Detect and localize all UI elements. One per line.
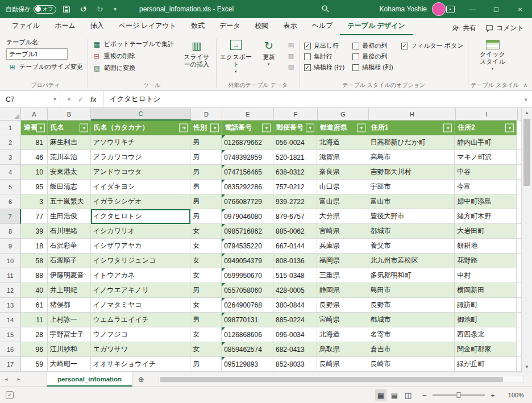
cell-D8[interactable]: 女 [190, 224, 222, 239]
close-button[interactable]: × [508, 0, 532, 18]
cell-C10[interactable]: イシワタリジュンコ [91, 254, 191, 268]
table-header-cell-D[interactable]: 性別▾ [190, 121, 222, 135]
cell-H16[interactable]: 倉吉市 [368, 342, 455, 357]
minimize-button[interactable]: — [460, 0, 484, 18]
cell-G8[interactable]: 宮崎県 [317, 224, 368, 239]
cell-H14[interactable]: 都城市 [368, 313, 455, 327]
cell-F11[interactable]: 515-0348 [273, 268, 317, 283]
cell-E5[interactable]: 0835292286 [222, 180, 273, 194]
cell-A8[interactable]: 39 [21, 224, 48, 239]
cell-D2[interactable]: 男 [190, 135, 222, 150]
cell-D7[interactable]: 男 [190, 209, 222, 224]
cell-A10[interactable]: 58 [21, 254, 48, 268]
cell-D15[interactable]: 女 [190, 327, 222, 342]
cell-F6[interactable]: 939-2722 [273, 194, 317, 209]
row-header-5[interactable]: 5 [0, 180, 21, 194]
cell-A7[interactable]: 77 [21, 209, 48, 224]
quick-styles-button[interactable]: クイック スタイル ▾ [476, 38, 509, 72]
cell-A12[interactable]: 40 [21, 283, 48, 298]
table-header-cell-A[interactable]: 連番▾ [21, 121, 48, 135]
checkbox-style-option-1[interactable]: 集計行 [304, 51, 344, 62]
row-header-8[interactable]: 8 [0, 224, 21, 239]
row-header-12[interactable]: 12 [0, 283, 21, 298]
table-header-cell-C[interactable]: 氏名（カタカナ）↑▾ [91, 121, 191, 135]
ribbon-tab-1[interactable]: ホーム [47, 18, 83, 35]
horizontal-scrollbar[interactable] [159, 376, 524, 383]
cell-F3[interactable]: 520-1821 [273, 150, 317, 165]
cell-A3[interactable]: 46 [21, 150, 48, 165]
normal-view-button[interactable]: ▦ [375, 389, 386, 401]
cell-G14[interactable]: 宮崎県 [317, 313, 368, 327]
cell-I6[interactable]: 婦中町添島 [455, 194, 517, 209]
zoom-in-button[interactable]: + [489, 391, 496, 400]
cell-C17[interactable]: オオサキショウイチ [91, 357, 191, 372]
cell-G11[interactable]: 三重県 [317, 268, 368, 283]
cell-F7[interactable]: 879-6757 [273, 209, 317, 224]
cell-C14[interactable]: ウエムラエイイチ [91, 313, 191, 327]
cell-C16[interactable]: エガワサワ [91, 342, 191, 357]
comments-button[interactable]: コメント [485, 23, 524, 33]
row-header-11[interactable]: 11 [0, 268, 21, 283]
cell-G6[interactable]: 富山県 [317, 194, 368, 209]
ribbon-display-options-button[interactable]: ▴ [440, 0, 460, 18]
checkbox-style-option-0[interactable]: ✓見出し行 [304, 40, 344, 51]
filter-dropdown-icon[interactable]: ▾ [306, 123, 314, 132]
expand-formula-bar-button[interactable]: ∨ [519, 91, 532, 107]
cell-F2[interactable]: 056-0024 [273, 135, 317, 150]
row-header-10[interactable]: 10 [0, 254, 21, 268]
cell-I3[interactable]: マキノ町沢 [455, 150, 517, 165]
cell-C7[interactable]: イクタヒロトシ [91, 209, 191, 224]
open-in-browser-icon[interactable]: ▥ [286, 51, 296, 60]
save-button[interactable] [60, 2, 73, 16]
cell-H6[interactable]: 富山市 [368, 194, 455, 209]
row-header-7[interactable]: 7 [0, 209, 21, 224]
search-button[interactable] [321, 5, 330, 15]
zoom-slider[interactable] [433, 394, 485, 396]
cell-B11[interactable]: 伊藤明夏音 [48, 268, 91, 283]
cell-C4[interactable]: アンドウコウタ [91, 165, 191, 180]
ribbon-tab-3[interactable]: ページ レイアウト [111, 18, 184, 35]
cell-I15[interactable]: 西四条北 [455, 327, 517, 342]
row-header-15[interactable]: 15 [0, 327, 21, 342]
insert-function-button[interactable]: fx [90, 95, 97, 103]
undo-button[interactable]: ↺▾ [77, 2, 89, 16]
cell-H2[interactable]: 日高郡新ひだか町 [368, 135, 455, 150]
cell-C12[interactable]: イノウエアキノリ [91, 283, 191, 298]
cell-G13[interactable]: 長野県 [317, 298, 368, 313]
ribbon-tab-8[interactable]: ヘルプ [305, 18, 340, 35]
cell-F13[interactable]: 380-0844 [273, 298, 317, 313]
zoom-level[interactable]: 100% [504, 392, 524, 398]
autosave-toggle[interactable]: 自動保存 オフ [6, 5, 56, 14]
share-button[interactable]: 共有 [452, 23, 476, 33]
vertical-scrollbar[interactable]: ▲ ▼ [521, 108, 532, 372]
cell-D16[interactable]: 女 [190, 342, 222, 357]
column-header-I[interactable]: I [456, 108, 518, 121]
cell-D6[interactable]: 男 [190, 194, 222, 209]
table-header-cell-H[interactable]: 住所1▾ [368, 121, 455, 135]
cell-E6[interactable]: 0766087729 [222, 194, 273, 209]
formula-value[interactable]: イクタヒロトシ [104, 91, 519, 107]
row-header-17[interactable]: 17 [0, 357, 21, 372]
cell-G16[interactable]: 鳥取県 [317, 342, 368, 357]
column-header-F[interactable]: F [274, 108, 318, 121]
cell-A13[interactable]: 61 [21, 298, 48, 313]
cell-C2[interactable]: アソウリキチ [91, 135, 191, 150]
cell-D3[interactable]: 男 [190, 150, 222, 165]
table-header-cell-B[interactable]: 氏名▾ [48, 121, 91, 135]
cancel-entry-icon[interactable]: × [67, 95, 71, 103]
cell-H8[interactable]: 都城市 [368, 224, 455, 239]
cell-G9[interactable]: 兵庫県 [317, 239, 368, 254]
cell-I13[interactable]: 諏訪町 [455, 298, 517, 313]
scroll-up-icon[interactable]: ▲ [522, 108, 532, 118]
scroll-down-icon[interactable]: ▼ [522, 362, 532, 372]
cell-E4[interactable]: 0747156465 [222, 165, 273, 180]
checkbox-style-option-5[interactable]: 縞模様 (列) [352, 62, 393, 73]
page-layout-view-button[interactable]: ▤ [389, 389, 400, 401]
cell-E12[interactable]: 0557058060 [222, 283, 273, 298]
row-header-3[interactable]: 3 [0, 150, 21, 165]
name-box-dropdown[interactable]: ▾ [50, 91, 60, 107]
cell-G10[interactable]: 福岡県 [317, 254, 368, 268]
cell-D11[interactable]: 女 [190, 268, 222, 283]
ribbon-tab-5[interactable]: データ [212, 18, 248, 35]
cell-E11[interactable]: 0599950670 [222, 268, 273, 283]
